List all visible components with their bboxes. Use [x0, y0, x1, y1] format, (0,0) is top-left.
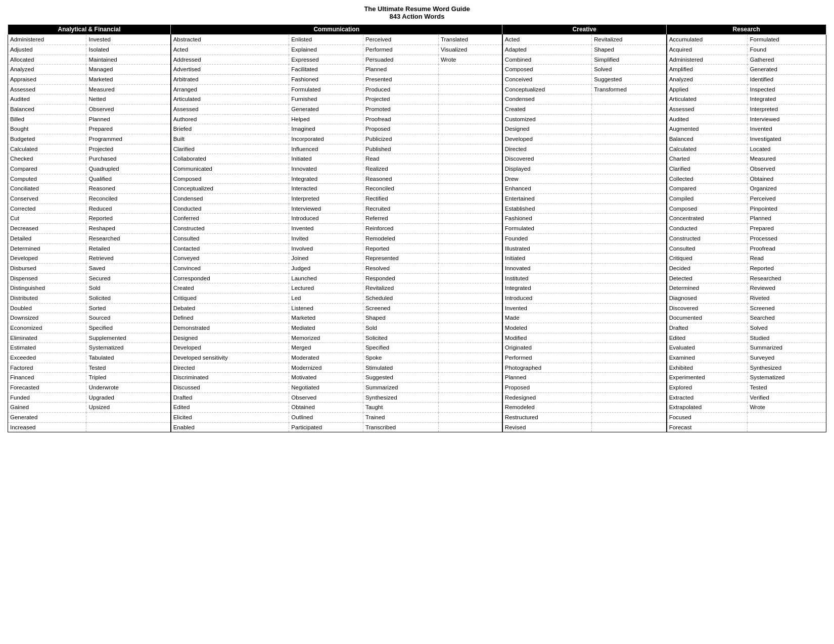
- comm-col3: Transcribed: [363, 422, 438, 432]
- creative-col1: Displayed: [502, 164, 592, 174]
- comm-col1: Critiqued: [171, 293, 289, 303]
- analytical-col1: Bought: [8, 124, 86, 134]
- comm-col3: Referred: [363, 214, 438, 224]
- research-col1: Critiqued: [667, 254, 748, 264]
- analytical-col1: Conserved: [8, 194, 86, 204]
- comm-col2: Obtained: [289, 403, 363, 413]
- creative-col1: Introduced: [502, 293, 592, 303]
- research-col2: Observed: [748, 164, 826, 174]
- creative-col1: Remodeled: [502, 403, 592, 413]
- comm-col1: Created: [171, 283, 289, 293]
- creative-col1: Conceptualized: [502, 84, 592, 94]
- comm-col4: [439, 363, 502, 373]
- comm-col2: Participated: [289, 422, 363, 432]
- analytical-col2: [86, 412, 171, 422]
- analytical-col1: Estimated: [8, 343, 86, 353]
- research-col2: Verified: [748, 392, 826, 403]
- research-col2: Tested: [748, 382, 826, 392]
- comm-col1: Designed: [171, 333, 289, 343]
- creative-col2: [592, 214, 667, 224]
- creative-col2: [592, 313, 667, 323]
- creative-col1: Proposed: [502, 382, 592, 392]
- analytical-col1: Administered: [8, 35, 86, 45]
- analytical-col2: Reported: [86, 214, 171, 224]
- research-col1: Compared: [667, 184, 748, 194]
- main-title: The Ultimate Resume Word Guide: [8, 5, 826, 13]
- analytical-col2: Solicited: [86, 293, 171, 303]
- research-col1: Concentrated: [667, 214, 748, 224]
- creative-col2: Simplified: [592, 55, 667, 65]
- research-col1: Extracted: [667, 392, 748, 403]
- comm-col1: Developed sensitivity: [171, 353, 289, 363]
- comm-col2: Motivated: [289, 373, 363, 383]
- creative-col1: Entertained: [502, 194, 592, 204]
- comm-col3: Rectified: [363, 194, 438, 204]
- analytical-col1: Adjusted: [8, 45, 86, 55]
- analytical-col2: Retrieved: [86, 254, 171, 264]
- creative-col1: Drew: [502, 174, 592, 184]
- comm-col2: Formulated: [289, 84, 363, 94]
- comm-col3: Produced: [363, 84, 438, 94]
- research-col1: Detected: [667, 273, 748, 283]
- creative-col1: Created: [502, 105, 592, 115]
- analytical-col1: Audited: [8, 94, 86, 105]
- comm-col2: Lectured: [289, 283, 363, 293]
- comm-col3: Proofread: [363, 114, 438, 124]
- analytical-col1: Factored: [8, 363, 86, 373]
- comm-col2: Interacted: [289, 184, 363, 194]
- comm-col4: [439, 254, 502, 264]
- comm-col3: Reconciled: [363, 184, 438, 194]
- comm-col2: Launched: [289, 273, 363, 283]
- research-col1: Collected: [667, 174, 748, 184]
- comm-col1: Advertised: [171, 65, 289, 75]
- analytical-col2: Reshaped: [86, 224, 171, 234]
- research-col1: Balanced: [667, 134, 748, 144]
- comm-col3: Represented: [363, 254, 438, 264]
- research-col2: Located: [748, 144, 826, 154]
- analytical-col2: Managed: [86, 65, 171, 75]
- comm-col2: Led: [289, 293, 363, 303]
- analytical-col2: Underwrote: [86, 382, 171, 392]
- main-table: Analytical & Financial Communication Cre…: [8, 24, 826, 432]
- creative-col1: Established: [502, 204, 592, 214]
- research-col2: Pinpointed: [748, 204, 826, 214]
- research-col2: Gathered: [748, 55, 826, 65]
- creative-col2: Shaped: [592, 45, 667, 55]
- comm-col4: [439, 233, 502, 243]
- comm-col4: [439, 392, 502, 403]
- creative-col2: Revitalized: [592, 35, 667, 45]
- comm-col4: [439, 412, 502, 422]
- analytical-col2: Saved: [86, 263, 171, 273]
- creative-col2: [592, 353, 667, 363]
- analytical-col1: Compared: [8, 164, 86, 174]
- analytical-col2: Upsized: [86, 403, 171, 413]
- research-col2: Proofread: [748, 243, 826, 254]
- comm-col4: [439, 373, 502, 383]
- analytical-col2: Sold: [86, 283, 171, 293]
- analytical-col1: Detailed: [8, 233, 86, 243]
- creative-col1: Revised: [502, 422, 592, 432]
- creative-col2: [592, 273, 667, 283]
- comm-col4: [439, 303, 502, 313]
- analytical-col2: Tested: [86, 363, 171, 373]
- comm-col3: Spoke: [363, 353, 438, 363]
- comm-col4: Wrote: [439, 55, 502, 65]
- creative-col2: [592, 343, 667, 353]
- comm-col3: Specified: [363, 343, 438, 353]
- research-col2: Found: [748, 45, 826, 55]
- analytical-col2: Prepared: [86, 124, 171, 134]
- comm-col3: Resolved: [363, 263, 438, 273]
- comm-col4: Visualized: [439, 45, 502, 55]
- comm-col2: Generated: [289, 105, 363, 115]
- comm-col4: [439, 422, 502, 432]
- comm-col1: Arranged: [171, 84, 289, 94]
- research-col2: Measured: [748, 154, 826, 164]
- research-col1: Composed: [667, 204, 748, 214]
- comm-col2: Modernized: [289, 363, 363, 373]
- research-col1: Diagnosed: [667, 293, 748, 303]
- research-col1: Consulted: [667, 243, 748, 254]
- comm-col2: Facilitated: [289, 65, 363, 75]
- comm-col2: Initiated: [289, 154, 363, 164]
- creative-col1: Invented: [502, 303, 592, 313]
- comm-col1: Arbitrated: [171, 75, 289, 85]
